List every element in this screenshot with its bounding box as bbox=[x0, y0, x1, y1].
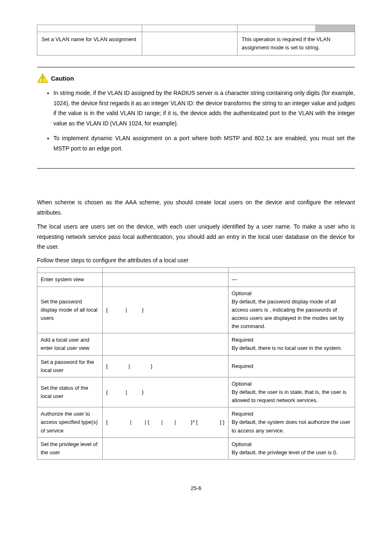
cell: This operation is required if the VLAN a… bbox=[237, 32, 355, 56]
cell bbox=[102, 268, 228, 273]
cell: Required By default, there is no local u… bbox=[228, 333, 355, 355]
cell bbox=[142, 32, 238, 56]
body-paragraph: Follow these steps to configure the attr… bbox=[37, 256, 355, 265]
cell: { | } bbox=[102, 377, 228, 407]
cell: Authorize the user to access specified t… bbox=[37, 407, 103, 437]
local-user-attr-table: Enter system view — Set the password dis… bbox=[37, 267, 355, 460]
table-row: Add a local user and enter local user vi… bbox=[37, 333, 355, 355]
cell: Required By default, the system does not… bbox=[228, 407, 355, 437]
body-paragraph: The local users are users set on the dev… bbox=[37, 222, 355, 252]
cell: Optional By default, the privilege level… bbox=[228, 437, 355, 459]
caution-block: Caution In string mode, if the VLAN ID a… bbox=[37, 67, 355, 169]
cell: { | } bbox=[102, 355, 228, 377]
cell: Set the status of the local user bbox=[37, 377, 103, 407]
cell: Set the password display mode of all loc… bbox=[37, 287, 103, 333]
cell: Set the privilege level of the user bbox=[37, 437, 103, 459]
page-number: 25-6 bbox=[37, 484, 355, 493]
cell: Set a password for the local user bbox=[37, 355, 103, 377]
table-row: Set the password display mode of all loc… bbox=[37, 287, 355, 333]
cell: — bbox=[228, 273, 355, 287]
cell bbox=[228, 268, 355, 273]
cell: { | } bbox=[102, 287, 228, 333]
cell bbox=[102, 333, 228, 355]
vlan-name-table: Set a VLAN name for VLAN assignment This… bbox=[37, 25, 355, 56]
table1-header-c2 bbox=[142, 25, 238, 32]
cell: Enter system view bbox=[37, 273, 103, 287]
caution-heading: Caution bbox=[37, 73, 355, 83]
caution-label: Caution bbox=[51, 74, 74, 83]
svg-rect-1 bbox=[42, 76, 44, 80]
cell: Optional By default, the user is in stat… bbox=[228, 377, 355, 407]
table-row: Set a VLAN name for VLAN assignment This… bbox=[37, 32, 355, 56]
cell bbox=[37, 268, 103, 273]
svg-rect-2 bbox=[42, 80, 44, 81]
cell: Optional By default, the password displa… bbox=[228, 287, 355, 333]
cell bbox=[102, 437, 228, 459]
cell: Set a VLAN name for VLAN assignment bbox=[37, 32, 142, 56]
body-paragraph: When scheme is chosen as the AAA scheme,… bbox=[37, 197, 355, 217]
table1-header-c1 bbox=[37, 25, 142, 32]
list-item: In string mode, if the VLAN ID assigned … bbox=[53, 88, 355, 128]
table1-header-c3 bbox=[237, 25, 315, 32]
table-row: Enter system view — bbox=[37, 273, 355, 287]
cell: Add a local user and enter local user vi… bbox=[37, 333, 103, 355]
table-row: Set the privilege level of the user Opti… bbox=[37, 437, 355, 459]
caution-list: In string mode, if the VLAN ID assigned … bbox=[37, 88, 355, 153]
list-item: To implement dynamic VLAN assignment on … bbox=[53, 133, 355, 153]
table-row: Authorize the user to access specified t… bbox=[37, 407, 355, 437]
table1-header-shade bbox=[315, 25, 355, 32]
cell: { | | { | | }* [ ] } bbox=[102, 407, 228, 437]
table-row bbox=[37, 268, 355, 273]
cell: Required bbox=[228, 355, 355, 377]
table-row: Set the status of the local user { | } O… bbox=[37, 377, 355, 407]
cell bbox=[102, 273, 228, 287]
warning-triangle-icon bbox=[37, 73, 48, 83]
table-row: Set a password for the local user { | } … bbox=[37, 355, 355, 377]
